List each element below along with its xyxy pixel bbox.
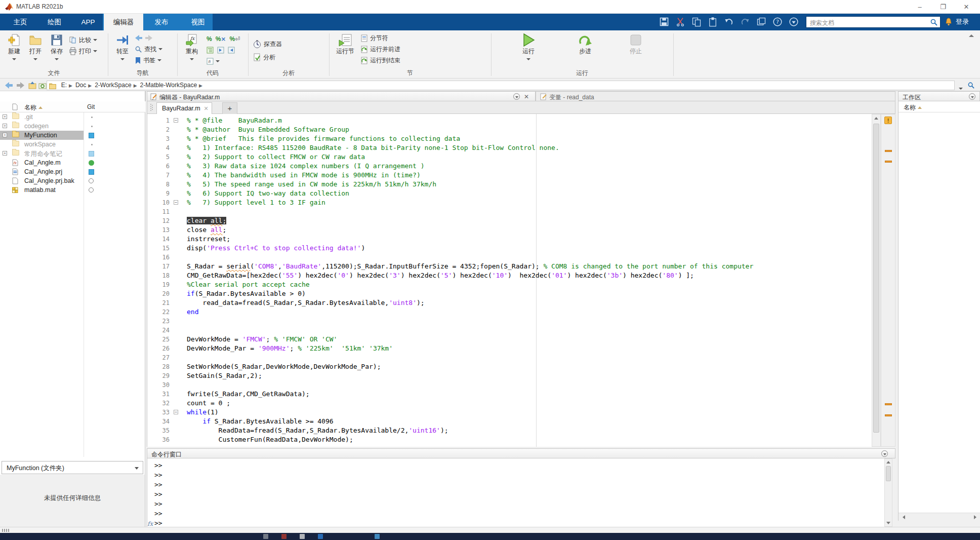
- code-line[interactable]: 5% 2) Support to collect FMCW or CW raw …: [147, 152, 872, 162]
- redo-icon[interactable]: [739, 17, 751, 27]
- workspace-hscrollbar[interactable]: [899, 513, 980, 521]
- editor-menu-icon[interactable]: [513, 93, 520, 100]
- code-line[interactable]: 9% 6) Support IQ two-way data collection: [147, 189, 872, 198]
- code-line[interactable]: 8% 5) The speed range used in CW mode is…: [147, 180, 872, 189]
- tab-发布[interactable]: 发布: [147, 14, 176, 30]
- code-line[interactable]: 17S_Radar = serial('COM8','BaudRate',115…: [147, 262, 872, 271]
- scroll-up-icon[interactable]: [886, 461, 890, 464]
- scroll-up-icon[interactable]: [874, 117, 878, 120]
- file-row[interactable]: fxCal_Angle.m: [0, 158, 145, 167]
- code-line[interactable]: 10−% 7) Support level 1 to 3 IF gain: [147, 198, 872, 207]
- paste-icon[interactable]: [707, 17, 719, 27]
- tab-视图[interactable]: 视图: [183, 14, 213, 30]
- file-row[interactable]: matlab.mat: [0, 185, 145, 195]
- code-line[interactable]: 32count = 0 ;: [147, 399, 872, 408]
- code-line[interactable]: 34 if S_Radar.BytesAvailable >= 4096: [147, 417, 872, 426]
- code-line[interactable]: 21 read_data=fread(S_Radar,S_Radar.Bytes…: [147, 298, 872, 307]
- command-prompt[interactable]: >>: [154, 490, 162, 500]
- type-column-icon[interactable]: [12, 103, 18, 110]
- windows-taskbar[interactable]: [0, 533, 980, 540]
- function-hints-icon[interactable]: fi: [207, 58, 214, 65]
- uncomment-icon[interactable]: %⨯: [216, 35, 226, 43]
- workspace-name-column[interactable]: 名称: [899, 101, 980, 112]
- code-editor[interactable]: 1−% * @file BayuRadar.m2% * @author Buyu…: [147, 114, 872, 447]
- copy-icon[interactable]: [690, 17, 703, 27]
- section-break-button[interactable]: 分节符: [360, 32, 436, 44]
- goto-button[interactable]: 转至: [112, 32, 133, 62]
- file-row[interactable]: workSpace: [0, 140, 145, 149]
- code-line[interactable]: 3% * @brief This file provides firmware …: [147, 134, 872, 143]
- maximize-button[interactable]: ❐: [931, 0, 955, 14]
- code-line[interactable]: 15disp('Press Ctrl+C to stop collecting …: [147, 244, 872, 253]
- git-column-header[interactable]: Git: [87, 103, 95, 110]
- undo-icon[interactable]: [723, 17, 735, 27]
- code-line[interactable]: 16: [147, 253, 872, 262]
- code-line[interactable]: 6% 3) Raw data size 1024 complex numbers…: [147, 162, 872, 171]
- open-button[interactable]: 打开: [25, 32, 46, 62]
- collapse-ribbon-icon[interactable]: [969, 34, 974, 37]
- code-line[interactable]: 7% 4) The bandwidth used in FMCW mode is…: [147, 171, 872, 180]
- command-prompt[interactable]: >>: [154, 471, 162, 481]
- folder-search-icon[interactable]: [967, 82, 975, 89]
- forward-icon[interactable]: [145, 34, 153, 42]
- run-section-button[interactable]: 运行节: [334, 32, 356, 55]
- breadcrumb[interactable]: E:▶Doc▶2-WorkSpace▶2-Matble-WorkSpace▶: [47, 81, 955, 90]
- tab-主页[interactable]: 主页: [6, 14, 34, 30]
- up-folder-icon[interactable]: [28, 82, 36, 89]
- expand-icon[interactable]: +: [3, 124, 7, 128]
- run-button[interactable]: 运行: [515, 32, 542, 62]
- help-icon[interactable]: ?: [771, 17, 784, 27]
- compare-button[interactable]: 比较: [69, 34, 107, 46]
- taskbar-icon[interactable]: [263, 534, 268, 539]
- code-line[interactable]: 14instrreset;: [147, 235, 872, 244]
- bookmark-button[interactable]: 书签: [135, 55, 175, 66]
- taskbar-icon[interactable]: [300, 534, 305, 539]
- scroll-left-icon[interactable]: [901, 515, 905, 519]
- layout-icon[interactable]: [755, 17, 767, 27]
- breadcrumb-segment[interactable]: 2-Matble-WorkSpace: [140, 82, 197, 89]
- code-line[interactable]: 11: [147, 207, 872, 216]
- new-tab-button[interactable]: +: [222, 102, 237, 114]
- expand-icon[interactable]: +: [3, 133, 7, 137]
- code-line[interactable]: 12clear all;: [147, 216, 872, 225]
- close-button[interactable]: ✕: [955, 0, 978, 14]
- minimize-button[interactable]: –: [908, 0, 931, 14]
- step-button[interactable]: 步进: [573, 32, 597, 55]
- command-window[interactable]: >>>>>>>>>>>>>>fx: [147, 458, 884, 527]
- drag-handle-icon[interactable]: [150, 103, 153, 111]
- resize-grip-icon[interactable]: [2, 529, 9, 532]
- scroll-down-icon[interactable]: [886, 522, 890, 524]
- profiler-button[interactable]: 探查器: [253, 37, 309, 51]
- code-line[interactable]: 4% 1) Interface: RS485 115200 BaudRate -…: [147, 143, 872, 152]
- address-dropdown-icon[interactable]: [959, 84, 963, 92]
- smart-indent-icon[interactable]: [207, 47, 214, 54]
- editor-close-icon[interactable]: ✕: [524, 93, 529, 100]
- command-window-scrollbar[interactable]: [884, 458, 892, 527]
- file-row[interactable]: Cal_Angle.prj.bak: [0, 176, 145, 185]
- comment-icon[interactable]: %: [207, 35, 212, 43]
- qa-dropdown-icon[interactable]: [788, 17, 800, 27]
- code-line[interactable]: 31fwrite(S_Radar,CMD_GetRawData);: [147, 390, 872, 399]
- code-line[interactable]: 22end: [147, 307, 872, 317]
- code-line[interactable]: 35 ReadData=fread(S_Radar,S_Radar.BytesA…: [147, 426, 872, 435]
- editor-scrollbar-thumb[interactable]: [873, 124, 879, 433]
- command-window-menu-icon[interactable]: [881, 450, 888, 457]
- editor-scrollbar[interactable]: [872, 114, 881, 447]
- code-line[interactable]: 29SetGain(S_Radar,2);: [147, 371, 872, 380]
- new-button[interactable]: 新建: [4, 32, 24, 62]
- command-prompt[interactable]: >>: [154, 481, 162, 490]
- nav-back-forward[interactable]: [135, 32, 175, 44]
- workspace-menu-icon[interactable]: [969, 93, 975, 100]
- command-scrollbar-thumb[interactable]: [886, 466, 891, 481]
- warning-indicator-icon[interactable]: !: [884, 117, 892, 124]
- breadcrumb-segment[interactable]: 2-WorkSpace: [95, 82, 131, 89]
- save-icon[interactable]: [658, 17, 670, 27]
- run-to-end-button[interactable]: 运行到结束: [360, 55, 436, 66]
- code-line[interactable]: 18CMD_GetRawData=[hex2dec('55') hex2dec(…: [147, 271, 872, 280]
- fold-marker-icon[interactable]: −: [174, 118, 178, 123]
- tab-APP[interactable]: APP: [75, 14, 101, 30]
- stop-button[interactable]: 停止: [624, 32, 648, 55]
- file-row[interactable]: +MyFunction: [0, 131, 145, 140]
- file-row[interactable]: +常用命令笔记: [0, 149, 145, 158]
- cut-icon[interactable]: [674, 17, 686, 27]
